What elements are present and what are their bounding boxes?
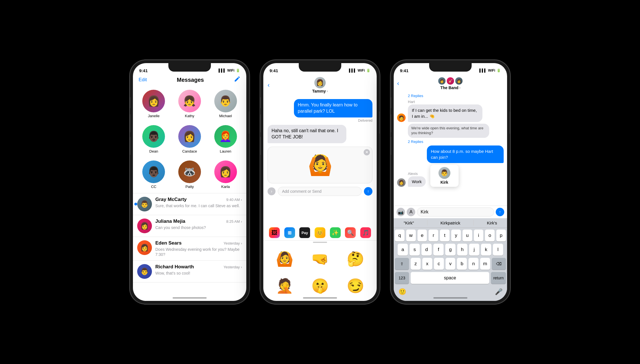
space-key[interactable]: space [411, 272, 489, 284]
memoji-1[interactable]: 🙆 [268, 246, 302, 272]
group-chevron: › [459, 86, 460, 90]
autocomplete-kirks[interactable]: Kirk's [485, 220, 499, 226]
key-h[interactable]: h [457, 244, 467, 256]
key-d[interactable]: d [421, 244, 432, 256]
emoji-key[interactable]: 🙂 [397, 287, 407, 297]
iphone-2: 9:41 ▌▌▌ WiFi 🔋 ‹ 👩 Tamm [260, 60, 380, 304]
key-j[interactable]: j [469, 244, 479, 256]
avatar-cc[interactable]: 👨🏿 CC [137, 160, 170, 189]
wifi-icon-3: WiFi [488, 68, 495, 72]
key-t[interactable]: t [440, 230, 450, 241]
music-icon[interactable]: 🎵 [360, 227, 371, 238]
contact-suggestion-popup[interactable]: 👨 Kirk [430, 165, 459, 187]
battery-icon-3: 🔋 [497, 68, 501, 72]
open-message-bubble: We're wide open this evening, what time … [408, 124, 489, 138]
key-a[interactable]: a [398, 244, 408, 256]
key-m[interactable]: m [480, 258, 490, 270]
key-v[interactable]: v [446, 258, 455, 270]
notch-2 [299, 63, 341, 72]
apple-pay-icon[interactable]: Pay [299, 227, 310, 238]
replies-badge-2[interactable]: 2 Replies [408, 140, 504, 144]
memoji-icon[interactable]: 😊 [315, 227, 325, 238]
contact-suggestion-name: Kirk [434, 180, 455, 185]
memoji-6[interactable]: 😏 [338, 273, 372, 299]
key-u[interactable]: u [463, 230, 472, 241]
key-k[interactable]: k [481, 244, 491, 256]
key-i[interactable]: i [474, 230, 484, 241]
replies-badge-1[interactable]: 2 Replies [408, 94, 504, 98]
autocomplete-kirkpatrick[interactable]: Kirkpatrick [438, 220, 463, 226]
key-p[interactable]: p [496, 230, 506, 241]
key-z[interactable]: z [411, 258, 421, 270]
message-item-gray[interactable]: 👨 Gray McCarty 9:40 AM › Sure, that work… [133, 193, 246, 215]
avatar-circle-patty: 🦝 [178, 160, 201, 183]
key-q[interactable]: q [395, 230, 404, 241]
send-button-group[interactable]: ↑ [496, 208, 504, 216]
hart-avatar: 🧑 [397, 114, 406, 122]
memoji-close-button[interactable]: ✕ [364, 149, 370, 155]
chat-contact-name: Tammy › [312, 89, 328, 93]
msg-name-richard: Richard Howarth [155, 264, 194, 270]
notch-3 [429, 63, 472, 72]
microphone-key[interactable]: 🎤 [493, 287, 504, 297]
group-messages-area: 2 Replies Hart 🧑 If I can get the kids t… [394, 92, 507, 205]
key-s[interactable]: s [410, 244, 420, 256]
compose-button[interactable] [234, 76, 241, 84]
key-f[interactable]: f [433, 244, 444, 256]
key-r[interactable]: r [429, 230, 438, 241]
status-icons-3: ▌▌▌ WiFi 🔋 [479, 68, 501, 72]
group-info[interactable]: 👩 🎸 👩 The Band › [438, 77, 463, 90]
group-text-input[interactable]: Kirk [417, 207, 494, 217]
key-w[interactable]: w [406, 230, 416, 241]
camera-button[interactable]: 📷 [397, 208, 405, 216]
apps-button-group[interactable]: A [407, 208, 415, 216]
message-item-juliana[interactable]: 👩 Juliana Mejia 8:25 AM › Can you send t… [133, 215, 246, 237]
key-b[interactable]: b [457, 258, 467, 270]
numbers-key[interactable]: 123 [395, 272, 409, 284]
delete-key[interactable]: ⌫ [492, 258, 506, 270]
send-button-chat[interactable]: ↑ [364, 187, 372, 196]
memoji-2[interactable]: 🤜 [303, 246, 337, 272]
key-g[interactable]: g [445, 244, 455, 256]
key-y[interactable]: y [451, 230, 461, 241]
key-n[interactable]: n [469, 258, 478, 270]
keyboard-row-1: q w e r t y u i o p [395, 230, 506, 241]
return-key[interactable]: return [491, 272, 506, 284]
effects-icon[interactable]: ✨ [330, 227, 341, 238]
back-button-group[interactable]: ‹ [397, 80, 399, 87]
apps-icon[interactable]: ⊞ [284, 227, 295, 238]
avatar-janelle[interactable]: 👩 Janelle [137, 90, 170, 118]
avatar-lauren[interactable]: 👩‍🦰 Lauren [209, 125, 242, 153]
chat-contact-info[interactable]: 👩 Tammy › [312, 77, 328, 93]
avatar-michael[interactable]: 👨 Michael [209, 90, 242, 118]
avatar-dean[interactable]: 👨🏿 Dean [137, 125, 170, 153]
avatar-candace[interactable]: 👩 Candace [173, 125, 206, 153]
memoji-3[interactable]: 🤔 [338, 246, 372, 272]
autocomplete-kirk-quoted[interactable]: "Kirk" [401, 220, 416, 226]
avatar-label-janelle: Janelle [148, 114, 160, 118]
memoji-4[interactable]: 🤦 [268, 273, 302, 299]
shift-key[interactable]: ⇧ [395, 258, 409, 270]
key-e[interactable]: e [418, 230, 427, 241]
wifi-icon-2: WiFi [358, 68, 365, 72]
avatar-karla[interactable]: 👩 Karla [209, 160, 242, 189]
edit-button[interactable]: Edit [139, 77, 147, 83]
expand-button[interactable]: › [268, 187, 276, 195]
key-l[interactable]: l [493, 244, 503, 256]
chevron-icon: › [327, 89, 328, 93]
key-c[interactable]: c [434, 258, 444, 270]
key-o[interactable]: o [485, 230, 495, 241]
search-app-icon[interactable]: 🔍 [345, 227, 356, 238]
comment-input[interactable]: Add comment or Send [278, 187, 362, 196]
key-x[interactable]: x [422, 258, 432, 270]
avatar-kathy[interactable]: 👧 Kathy [173, 90, 206, 118]
avatar-gray: 👨 [137, 197, 152, 211]
avatar-patty[interactable]: 🦝 Patty [173, 160, 206, 189]
memoji-preview: 🙆 [308, 153, 332, 177]
photos-app-icon[interactable]: 🖼 [269, 227, 280, 238]
message-item-richard[interactable]: 👨 Richard Howarth Yesterday › Wow, that'… [133, 261, 246, 282]
message-item-eden[interactable]: 👩 Eden Sears Yesterday › Does Wednesday … [133, 237, 246, 261]
memoji-5[interactable]: 🤫 [303, 273, 337, 299]
group-avatar-3: 👩 [455, 77, 463, 85]
back-button-chat[interactable]: ‹ [268, 82, 270, 89]
